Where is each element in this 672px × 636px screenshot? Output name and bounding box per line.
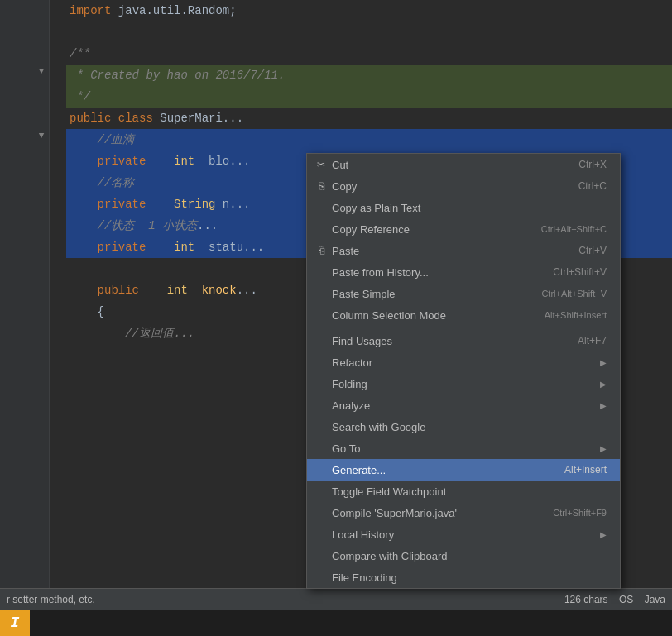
menu-item-folding[interactable]: Folding ▶ bbox=[307, 373, 620, 395]
menu-folding-label: Folding bbox=[332, 378, 367, 390]
app-icon[interactable]: I bbox=[0, 610, 30, 636]
menu-item-copy-plain[interactable]: Copy as Plain Text bbox=[307, 197, 620, 218]
menu-item-search-google[interactable]: Search with Google bbox=[307, 416, 620, 438]
menu-refactor-label: Refactor bbox=[332, 356, 372, 369]
analyze-arrow-icon: ▶ bbox=[600, 401, 607, 410]
menu-item-cut[interactable]: ✂ Cut Ctrl+X bbox=[307, 154, 620, 175]
line-gutter bbox=[0, 0, 50, 636]
menu-generate-label: Generate... bbox=[332, 464, 386, 476]
paste-icon: ⎗ bbox=[314, 245, 329, 256]
keyword-import: import bbox=[70, 0, 111, 22]
code-line-2[interactable] bbox=[66, 22, 672, 43]
os-badge: OS bbox=[619, 594, 633, 605]
refactor-arrow-icon: ▶ bbox=[600, 358, 607, 367]
code-line-6[interactable]: public class SuperMari... bbox=[66, 108, 672, 129]
menu-find-usages-label: Find Usages bbox=[332, 335, 392, 347]
menu-analyze-label: Analyze bbox=[332, 399, 370, 412]
code-line-3[interactable]: /** bbox=[66, 43, 672, 65]
menu-item-compile[interactable]: Compile 'SuperMario.java' Ctrl+Shift+F9 bbox=[307, 502, 620, 524]
copy-icon: ⎘ bbox=[314, 180, 329, 192]
menu-copy-ref-label: Copy Reference bbox=[332, 223, 410, 236]
menu-item-goto[interactable]: Go To ▶ bbox=[307, 438, 620, 459]
fold-icon-javadoc[interactable]: ▼ bbox=[35, 129, 48, 142]
fold-icon-class[interactable]: ▼ bbox=[35, 65, 48, 78]
menu-item-column-mode[interactable]: Column Selection Mode Alt+Shift+Insert bbox=[307, 304, 620, 326]
menu-cut-shortcut: Ctrl+X bbox=[578, 159, 607, 170]
menu-item-copy-reference[interactable]: Copy Reference Ctrl+Alt+Shift+C bbox=[307, 218, 620, 240]
menu-compile-label: Compile 'SuperMario.java' bbox=[332, 507, 457, 519]
cut-icon: ✂ bbox=[314, 159, 329, 170]
menu-copy-shortcut: Ctrl+C bbox=[578, 180, 607, 192]
menu-item-analyze[interactable]: Analyze ▶ bbox=[307, 395, 620, 416]
code-line-7[interactable]: //血滴 bbox=[66, 129, 672, 151]
menu-paste-simple-label: Paste Simple bbox=[332, 288, 396, 300]
menu-local-history-label: Local History bbox=[332, 528, 394, 541]
menu-item-file-encoding[interactable]: File Encoding bbox=[307, 567, 620, 588]
menu-item-paste-history[interactable]: Paste from History... Ctrl+Shift+V bbox=[307, 261, 620, 283]
menu-toggle-watchpoint-label: Toggle Field Watchpoint bbox=[332, 485, 446, 498]
menu-copy-label: Copy bbox=[332, 180, 357, 193]
menu-separator-1 bbox=[307, 328, 620, 328]
menu-goto-label: Go To bbox=[332, 442, 360, 455]
java-badge: Java bbox=[645, 594, 665, 605]
menu-copy-plain-label: Copy as Plain Text bbox=[332, 202, 420, 214]
menu-paste-history-label: Paste from History... bbox=[332, 266, 429, 279]
folding-arrow-icon: ▶ bbox=[600, 380, 607, 389]
menu-cut-label: Cut bbox=[332, 159, 348, 171]
char-count-badge: 126 chars bbox=[564, 594, 608, 605]
code-line-4[interactable]: * Created by hao on 2016/7/11. bbox=[66, 65, 672, 86]
local-history-arrow-icon: ▶ bbox=[600, 530, 607, 539]
goto-arrow-icon: ▶ bbox=[600, 444, 607, 453]
menu-item-local-history[interactable]: Local History ▶ bbox=[307, 524, 620, 545]
menu-column-mode-label: Column Selection Mode bbox=[332, 309, 446, 322]
menu-item-paste[interactable]: ⎗ Paste Ctrl+V bbox=[307, 240, 620, 261]
menu-item-compare-clipboard[interactable]: Compare with Clipboard bbox=[307, 545, 620, 567]
menu-item-generate[interactable]: Generate... Alt+Insert bbox=[307, 459, 620, 481]
taskbar: I bbox=[0, 610, 672, 636]
status-info-right-text: 126 chars OS Java bbox=[564, 594, 665, 605]
menu-item-copy[interactable]: ⎘ Copy Ctrl+C bbox=[307, 175, 620, 197]
context-menu: ✂ Cut Ctrl+X ⎘ Copy Ctrl+C Copy as Plain… bbox=[306, 153, 621, 589]
menu-search-google-label: Search with Google bbox=[332, 421, 425, 433]
menu-paste-label: Paste bbox=[332, 245, 359, 257]
code-line-1[interactable]: import java.util.Random; bbox=[66, 0, 672, 22]
menu-compare-clipboard-label: Compare with Clipboard bbox=[332, 550, 447, 562]
status-info-bar: r setter method, etc. 126 chars OS Java bbox=[0, 588, 672, 610]
menu-item-toggle-watchpoint[interactable]: Toggle Field Watchpoint bbox=[307, 481, 620, 502]
menu-file-encoding-label: File Encoding bbox=[332, 571, 397, 584]
status-info-left-text: r setter method, etc. bbox=[7, 594, 564, 605]
menu-item-paste-simple[interactable]: Paste Simple Ctrl+Alt+Shift+V bbox=[307, 283, 620, 304]
menu-item-refactor[interactable]: Refactor ▶ bbox=[307, 351, 620, 373]
code-line-5[interactable]: */ bbox=[66, 86, 672, 108]
menu-item-find-usages[interactable]: Find Usages Alt+F7 bbox=[307, 330, 620, 351]
